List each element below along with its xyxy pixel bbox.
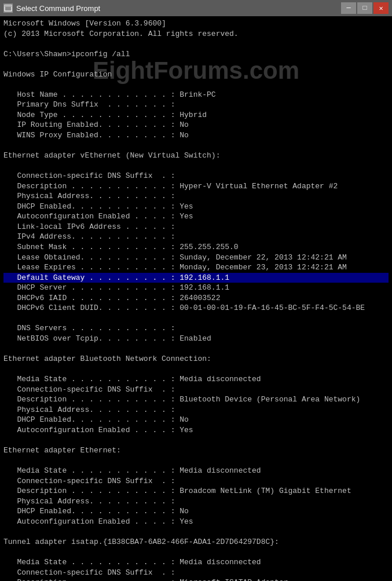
- title-bar-controls: — □ ✕: [341, 2, 389, 14]
- console-area: Microsoft Windows [Version 6.3.9600] (c)…: [0, 16, 392, 581]
- window-icon: [3, 3, 13, 13]
- console-output[interactable]: Microsoft Windows [Version 6.3.9600] (c)…: [0, 16, 392, 581]
- window-title: Select Command Prompt: [16, 4, 100, 13]
- minimize-button[interactable]: —: [341, 2, 356, 14]
- title-bar: Select Command Prompt — □ ✕: [0, 0, 392, 16]
- window: Select Command Prompt — □ ✕ Microsoft Wi…: [0, 0, 392, 581]
- close-button[interactable]: ✕: [373, 2, 389, 14]
- highlighted-line: Default Gateway . . . . . . . . . : 192.…: [3, 273, 389, 283]
- title-bar-left: Select Command Prompt: [3, 3, 100, 13]
- maximize-button[interactable]: □: [357, 2, 372, 14]
- svg-rect-1: [5, 5, 12, 7]
